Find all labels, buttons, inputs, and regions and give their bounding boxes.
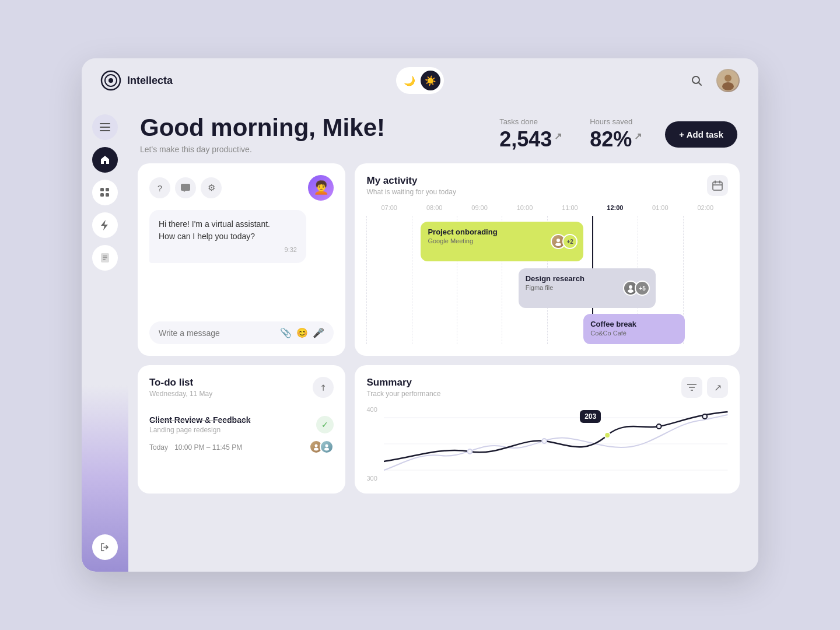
- svg-point-26: [628, 289, 634, 293]
- main-content: Good morning, Mike! Let's make this day …: [128, 103, 758, 572]
- theme-toggle: 🌙 ☀️: [396, 67, 444, 94]
- summary-header: Summary Track your performance: [366, 377, 728, 398]
- timeline-hours: 07:00 08:00 09:00 10:00 11:00 12:00 01:0…: [366, 204, 728, 211]
- hours-saved-arrow: ↗: [634, 131, 642, 142]
- y-label-300: 300: [366, 475, 377, 482]
- line-0: [366, 216, 411, 344]
- chat-bubble: Hi there! I'm a virtual assistant.How ca…: [149, 210, 306, 263]
- event-coffee-break[interactable]: Coffee break Co&Co Café: [583, 314, 684, 344]
- svg-rect-14: [106, 193, 109, 197]
- chat-header-left: ? ⚙: [149, 177, 222, 198]
- chat-input-area: 📎 😊 🎤: [149, 321, 334, 344]
- hour-0700: 07:00: [366, 204, 411, 211]
- app-container: Intellecta 🌙 ☀️: [82, 58, 758, 572]
- voice-icon[interactable]: 🎤: [313, 327, 324, 338]
- svg-point-30: [324, 448, 329, 451]
- event-1-plus: +2: [562, 234, 578, 249]
- chart-svg-container: 203: [384, 406, 728, 482]
- summary-filter-btn[interactable]: [681, 377, 702, 398]
- todo-expand-btn[interactable]: ↗: [309, 373, 338, 402]
- logo-icon: [100, 70, 121, 91]
- chart-svg: [384, 406, 728, 482]
- svg-rect-11: [100, 188, 104, 191]
- summary-title: Summary: [366, 377, 440, 388]
- sidebar-home-btn[interactable]: [92, 147, 118, 173]
- summary-card: Summary Track your performance: [355, 365, 740, 494]
- todo-avatar-2: [320, 440, 334, 454]
- sidebar: [82, 103, 128, 572]
- attachment-icon[interactable]: 📎: [280, 327, 292, 338]
- chat-body: Hi there! I'm a virtual assistant.How ca…: [149, 210, 334, 321]
- todo-item-0-check[interactable]: ✓: [316, 416, 334, 433]
- chart-area: 400 300: [366, 406, 728, 482]
- svg-rect-19: [713, 182, 722, 190]
- line-7: [683, 216, 728, 344]
- event-project-onboarding[interactable]: Project onborading Google Meeting +2: [421, 222, 583, 261]
- logo: Intellecta: [100, 70, 173, 91]
- summary-actions: ↗: [681, 377, 728, 398]
- calendar-btn[interactable]: [707, 175, 728, 196]
- event-design-research[interactable]: Design research Figma file +5: [519, 268, 656, 308]
- sidebar-doc-btn[interactable]: [92, 245, 118, 271]
- navbar-right: [686, 69, 740, 92]
- search-button[interactable]: [686, 70, 707, 91]
- hours-saved-value: 82% ↗: [590, 127, 642, 152]
- user-avatar[interactable]: [716, 69, 740, 92]
- chat-settings-btn[interactable]: ⚙: [201, 177, 222, 198]
- svg-point-37: [468, 449, 473, 454]
- sidebar-bolt-btn[interactable]: [92, 212, 118, 238]
- add-task-button[interactable]: + Add task: [665, 121, 737, 148]
- todo-avatars: [309, 440, 334, 454]
- timeline-grid: Project onborading Google Meeting +2: [366, 216, 728, 344]
- hour-0200: 02:00: [683, 204, 728, 211]
- bottom-cards-grid: To-do list Wednesday, 11 May ↗ Client Re…: [138, 365, 740, 494]
- moon-theme-btn[interactable]: 🌙: [400, 71, 419, 90]
- todo-time-value: 10:00 PM – 11:45 PM: [174, 443, 242, 452]
- tasks-done-stat: Tasks done 2,543 ↗: [499, 117, 562, 152]
- activity-subtitle: What is waiting for you today: [366, 188, 456, 196]
- summary-expand-btn[interactable]: ↗: [707, 377, 728, 398]
- tasks-done-value: 2,543 ↗: [499, 127, 562, 152]
- svg-point-29: [326, 444, 328, 447]
- hour-1000: 10:00: [502, 204, 547, 211]
- svg-point-2: [108, 78, 113, 83]
- svg-rect-8: [100, 123, 110, 124]
- activity-header: My activity What is waiting for you toda…: [366, 175, 728, 196]
- svg-rect-13: [100, 193, 104, 197]
- chat-help-btn[interactable]: ?: [149, 177, 170, 198]
- todo-item-0-row: Client Review & Feedback Landing page re…: [149, 415, 334, 434]
- todo-date: Wednesday, 11 May: [149, 390, 212, 398]
- todo-item-0-title: Client Review & Feedback: [149, 415, 251, 425]
- svg-rect-17: [103, 257, 107, 258]
- hour-1200: 12:00: [593, 204, 638, 211]
- event-3-sub: Co&Co Café: [590, 330, 677, 337]
- chat-time: 9:32: [285, 245, 297, 255]
- y-label-400: 400: [366, 406, 377, 413]
- hour-0900: 09:00: [457, 204, 502, 211]
- hour-1100: 11:00: [547, 204, 592, 211]
- svg-point-23: [556, 239, 560, 242]
- sidebar-grid-btn[interactable]: [92, 180, 118, 205]
- event-2-plus: +5: [635, 281, 650, 296]
- svg-point-7: [722, 82, 734, 90]
- chat-input[interactable]: [159, 328, 275, 338]
- hero-greeting: Good morning, Mike!: [140, 114, 476, 141]
- event-3-title: Coffee break: [590, 320, 677, 328]
- emoji-icon[interactable]: 😊: [296, 327, 308, 338]
- chat-message-btn[interactable]: [175, 177, 196, 198]
- svg-point-28: [314, 448, 318, 451]
- sidebar-menu-btn[interactable]: [92, 114, 118, 140]
- sidebar-logout-btn[interactable]: [92, 534, 118, 560]
- hero-section: Good morning, Mike! Let's make this day …: [138, 114, 740, 154]
- hero-subtext: Let's make this day productive.: [140, 145, 476, 154]
- summary-subtitle: Track your performance: [366, 390, 440, 398]
- todo-card: To-do list Wednesday, 11 May ↗ Client Re…: [138, 365, 345, 494]
- svg-rect-16: [103, 256, 107, 257]
- tasks-done-label: Tasks done: [499, 117, 562, 126]
- sun-theme-btn[interactable]: ☀️: [421, 71, 440, 90]
- svg-rect-9: [100, 127, 110, 128]
- svg-point-6: [724, 75, 732, 82]
- svg-point-39: [605, 432, 611, 438]
- svg-point-40: [657, 424, 662, 429]
- svg-point-25: [629, 285, 632, 289]
